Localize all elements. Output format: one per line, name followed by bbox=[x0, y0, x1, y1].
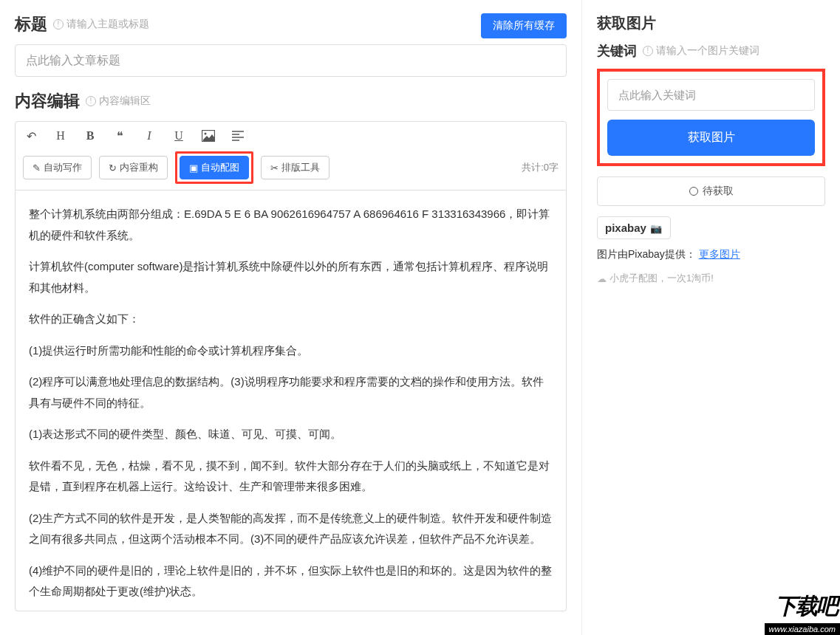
editor-toolbar: ↶ H B ❝ I U ✎ 自动写作 bbox=[15, 121, 567, 190]
restructure-button[interactable]: ↻ 内容重构 bbox=[99, 156, 168, 179]
underline-icon[interactable]: U bbox=[171, 128, 187, 144]
keyword-highlight-box: 获取图片 bbox=[597, 69, 825, 166]
fetch-title: 获取图片 bbox=[597, 13, 656, 33]
keyword-section-header: 关键词 ! 请输入一个图片关键词 bbox=[597, 42, 825, 60]
provider-text: 图片由Pixabay提供： 更多图片 bbox=[597, 248, 825, 261]
highlight-auto-image: ▣ 自动配图 bbox=[175, 151, 253, 184]
editor-content[interactable]: 整个计算机系统由两部分组成：E.69DA 5 E 6 BA 9062616964… bbox=[15, 190, 567, 611]
content-label: 内容编辑 bbox=[15, 90, 80, 112]
italic-icon[interactable]: I bbox=[141, 128, 157, 144]
paragraph: (1)表达形式不同的硬件类型、颜色、味道、可见、可摸、可闻。 bbox=[29, 424, 553, 445]
paragraph: 整个计算机系统由两部分组成：E.69DA 5 E 6 BA 9062616964… bbox=[29, 204, 553, 246]
undo-icon[interactable]: ↶ bbox=[23, 128, 39, 144]
paragraph: (2)程序可以满意地处理信息的数据结构。(3)说明程序功能要求和程序需要的文档的… bbox=[29, 371, 553, 413]
align-left-icon[interactable] bbox=[230, 128, 246, 144]
keyword-label: 关键词 bbox=[597, 42, 637, 60]
clear-cache-button[interactable]: 清除所有缓存 bbox=[481, 13, 567, 38]
fetch-section-header: 获取图片 bbox=[597, 13, 825, 33]
footer-note: ☁ 小虎子配图，一次1淘币! bbox=[597, 272, 825, 285]
paragraph: (1)提供运行时所需功能和性能的命令或计算机程序集合。 bbox=[29, 340, 553, 362]
pixabay-badge: pixabay 📷 bbox=[597, 216, 671, 239]
image-icon[interactable] bbox=[200, 128, 216, 144]
paragraph: (2)生产方式不同的软件是开发，是人类智能的高发挥，而不是传统意义上的硬件制造。… bbox=[29, 508, 553, 550]
title-section-header: 标题 ! 请输入主题或标题 bbox=[15, 13, 149, 35]
content-section-header: 内容编辑 ! 内容编辑区 bbox=[15, 90, 567, 112]
paragraph: 软件看不见，无色，枯燥，看不见，摸不到，闻不到。软件大部分存在于人们的头脑或纸上… bbox=[29, 456, 553, 498]
pending-status: 待获取 bbox=[597, 176, 825, 206]
auto-image-button[interactable]: ▣ 自动配图 bbox=[180, 156, 249, 179]
bold-icon[interactable]: B bbox=[82, 128, 98, 144]
layout-tool-button[interactable]: ✂ 排版工具 bbox=[261, 156, 329, 179]
paragraph: (4)维护不同的硬件是旧的，理论上软件是旧的，并不坏，但实际上软件也是旧的和坏的… bbox=[29, 560, 553, 603]
auto-write-button[interactable]: ✎ 自动写作 bbox=[23, 156, 92, 179]
fetch-image-button[interactable]: 获取图片 bbox=[607, 120, 815, 156]
keyword-input[interactable] bbox=[607, 79, 815, 111]
watermark-logo: 下载吧 bbox=[775, 591, 837, 622]
circle-icon bbox=[689, 187, 698, 196]
layout-icon: ✂ bbox=[270, 162, 279, 174]
quote-icon[interactable]: ❝ bbox=[112, 128, 128, 144]
word-count: 共计:0字 bbox=[522, 161, 559, 174]
refresh-icon: ↻ bbox=[109, 162, 117, 174]
article-title-input[interactable] bbox=[15, 44, 567, 77]
info-icon: ! bbox=[643, 46, 653, 56]
paragraph: 计算机软件(computer software)是指计算机系统中除硬件以外的所有… bbox=[29, 256, 553, 298]
heading-icon[interactable]: H bbox=[52, 128, 69, 144]
content-hint: ! 内容编辑区 bbox=[86, 95, 151, 108]
info-icon: ! bbox=[53, 19, 64, 30]
keyword-hint: ! 请输入一个图片关键词 bbox=[643, 44, 759, 58]
pencil-icon: ✎ bbox=[33, 162, 41, 174]
watermark-url: www.xiazaiba.com bbox=[765, 623, 840, 635]
more-images-link[interactable]: 更多图片 bbox=[699, 248, 740, 260]
svg-point-1 bbox=[205, 133, 207, 135]
paragraph: 软件的正确含义如下： bbox=[29, 309, 553, 330]
info-icon: ! bbox=[86, 96, 96, 106]
title-hint: ! 请输入主题或标题 bbox=[53, 18, 149, 31]
camera-icon: 📷 bbox=[648, 223, 663, 234]
image-match-icon: ▣ bbox=[189, 162, 198, 174]
cloud-icon: ☁ bbox=[597, 273, 607, 284]
title-label: 标题 bbox=[15, 13, 47, 35]
